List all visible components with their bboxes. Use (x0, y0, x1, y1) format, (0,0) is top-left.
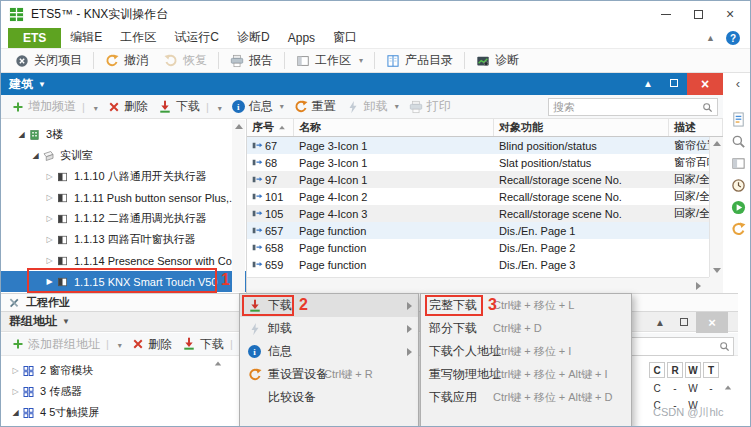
download-dropdown[interactable] (215, 100, 222, 114)
minimize-button[interactable] (650, 2, 682, 26)
scroll-up-icon[interactable] (235, 124, 243, 129)
expander-icon[interactable]: ▷ (43, 256, 56, 265)
building-panel-header[interactable]: 建筑 ▼ ▲ × (1, 73, 723, 95)
menu-commissioning[interactable]: 试运行C (165, 26, 228, 49)
table-row[interactable]: 659 Page function Dis./En. Page 3 (247, 256, 723, 273)
delete-button[interactable]: 删除 (103, 98, 153, 115)
collapse-ribbon-icon[interactable]: ▲ (706, 33, 715, 43)
add-channel-button[interactable]: 增加频道 | (7, 98, 103, 115)
info-button[interactable]: i 信息 (227, 98, 289, 115)
expander-icon[interactable]: ▷ (9, 366, 22, 375)
expander-icon[interactable]: ▶ (43, 277, 56, 286)
expander-icon[interactable]: ◢ (9, 408, 22, 417)
expander-icon[interactable]: ▷ (43, 193, 56, 202)
maximize-button[interactable] (682, 2, 714, 26)
panels-icon[interactable] (731, 156, 746, 171)
diagnostics-button[interactable]: 诊断 (468, 50, 527, 72)
undo-icon[interactable] (731, 222, 746, 237)
flag-column-r[interactable]: R (667, 362, 683, 378)
panel-maximize-icon[interactable] (672, 312, 696, 333)
table-row[interactable]: 105 Page 4-Icon 3 Recall/storage scene N… (247, 205, 723, 222)
context-menu-reset-device[interactable]: 重设置设备 Ctrl键 + R (240, 363, 418, 386)
column-header-name[interactable]: 名称 (294, 119, 494, 136)
expander-icon[interactable]: ◢ (15, 130, 28, 139)
redo-button[interactable]: 恢复 (156, 50, 215, 72)
panel-collapse-icon[interactable]: ▲ (635, 73, 661, 95)
search-icon[interactable] (731, 134, 746, 149)
table-row[interactable]: 657 Page function Dis./En. Page 1 (247, 222, 723, 239)
column-header-number[interactable]: 序号 (247, 119, 294, 136)
reset-button[interactable]: 重置 (289, 98, 341, 115)
tree-item-device[interactable]: ▷ 1.1.11 Push button sensor Plus,... (1, 187, 246, 208)
flag-column-c[interactable]: C (649, 362, 665, 378)
download-button[interactable]: 下载 | (153, 98, 227, 115)
print-button[interactable]: 打印 (404, 98, 456, 115)
play-icon[interactable] (731, 200, 746, 215)
undo-button[interactable]: 撤消 (97, 50, 156, 72)
tree-item-device[interactable]: ▷ 1.1.12 二路通用调光执行器 (1, 208, 246, 229)
close-project-button[interactable]: 关闭项目 (7, 50, 90, 72)
close-button[interactable]: × (714, 2, 746, 26)
column-header-description[interactable]: 描述 (669, 119, 723, 136)
tree-item-floor[interactable]: ◢ 3楼 (1, 124, 246, 145)
expander-icon[interactable]: ▷ (43, 235, 56, 244)
group-tree-item[interactable]: ▷ 2 窗帘模块 (1, 360, 238, 381)
tree-scrollbar[interactable] (232, 120, 245, 292)
submenu-full-download[interactable]: 完整下载 Ctrl键 + 移位 + L (421, 294, 631, 317)
context-menu-compare-device[interactable]: 比较设备 (240, 386, 418, 409)
add-group-address-button[interactable]: 添加群组地址 | (7, 336, 127, 353)
table-vscrollbar[interactable] (709, 137, 723, 277)
flag-column-w[interactable]: W (685, 362, 701, 378)
context-menu-unload[interactable]: 卸载 (240, 317, 418, 340)
scroll-down-icon[interactable] (713, 268, 721, 273)
table-row[interactable]: 101 Page 4-Icon 2 Recall/storage scene N… (247, 188, 723, 205)
group-tree-item[interactable]: ◢ 4 5寸触摸屏 (1, 402, 238, 423)
submenu-download-individual-address[interactable]: 下载个人地址 Ctrl键 + 移位 + I (421, 340, 631, 363)
context-menu-info[interactable]: i 信息 (240, 340, 418, 363)
help-icon[interactable]: ? (726, 31, 740, 45)
table-hscrollbar[interactable] (247, 277, 709, 293)
group-tree-item[interactable]: ▷ 3 传感器 (1, 381, 238, 402)
catalog-button[interactable]: 产品目录 (378, 50, 461, 72)
add-ga-dropdown[interactable] (115, 337, 122, 351)
panel-maximize-icon[interactable] (661, 73, 687, 95)
search-input[interactable] (635, 341, 719, 353)
menu-ets[interactable]: ETS (8, 28, 61, 48)
panel-collapse-icon[interactable]: ▲ (648, 312, 672, 333)
workspace-button[interactable]: 工作区 (288, 50, 371, 72)
menu-diagnostics[interactable]: 诊断D (228, 26, 279, 49)
panel-close-icon[interactable]: × (687, 73, 723, 95)
chevron-left-icon[interactable]: ‹ (736, 78, 740, 90)
tree-item-device[interactable]: ▷ 1.1.14 Presence Sensor with Co... (1, 250, 246, 271)
scroll-right-icon[interactable] (696, 282, 701, 290)
reports-button[interactable]: 报告 (222, 50, 281, 72)
search-input[interactable] (553, 101, 702, 113)
delete-button[interactable]: 删除 (127, 336, 177, 353)
menu-window[interactable]: 窗口 (324, 26, 366, 49)
table-row[interactable]: 68 Page 3-Icon 1 Slat position/status 窗帘… (247, 154, 723, 171)
expander-icon[interactable]: ▷ (43, 214, 56, 223)
table-row[interactable]: 67 Page 3-Icon 1 Blind position/status 窗… (247, 137, 723, 154)
expander-icon[interactable]: ◢ (29, 151, 42, 160)
expander-icon[interactable]: ▷ (43, 172, 56, 181)
group-tree-scroll-up-icon[interactable] (214, 361, 222, 366)
tree-item-device-selected[interactable]: ▶ 1.1.15 KNX Smart Touch V50 (1, 271, 246, 292)
flags-scroll-up-icon[interactable] (724, 385, 732, 390)
flag-column-t[interactable]: T (703, 362, 719, 378)
column-header-function[interactable]: 对象功能 (494, 119, 669, 136)
history-clock-icon[interactable] (731, 178, 746, 193)
expander-icon[interactable]: ▷ (9, 387, 22, 396)
tree-item-room[interactable]: ◢ 实训室 (1, 145, 246, 166)
context-menu-download[interactable]: 下载 (240, 294, 418, 317)
report-icon[interactable] (731, 112, 746, 127)
menu-apps[interactable]: Apps (279, 28, 324, 48)
table-row[interactable]: 658 Page function Dis./En. Page 2 (247, 239, 723, 256)
tree-item-device[interactable]: ▷ 1.1.13 四路百叶窗执行器 (1, 229, 246, 250)
menu-edit[interactable]: 编辑E (61, 26, 111, 49)
submenu-overwrite-physical-address[interactable]: 重写物理地址 Ctrl键 + 移位 + Alt键 + I (421, 363, 631, 386)
submenu-download-application[interactable]: 下载应用 Ctrl键 + 移位 + Alt键 + D (421, 386, 631, 409)
tree-item-device[interactable]: ▷ 1.1.10 八路通用开关执行器 (1, 166, 246, 187)
panel-close-icon[interactable]: × (696, 312, 728, 333)
submenu-partial-download[interactable]: 部分下载 Ctrl键 + D (421, 317, 631, 340)
menu-workspace[interactable]: 工作区 (111, 26, 165, 49)
